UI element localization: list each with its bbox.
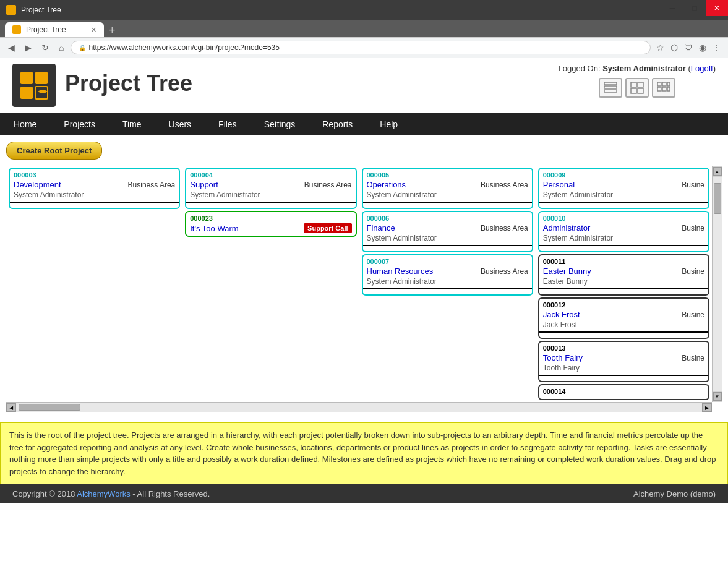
project-name[interactable]: Personal — [543, 180, 575, 189]
content-area: Create Root Project 000003 Development B… — [0, 135, 728, 420]
nav-reports[interactable]: Reports — [309, 113, 366, 135]
project-card-000023: 000023 It's Too Warm Support Call — [185, 211, 356, 237]
refresh-button[interactable]: ↻ — [38, 41, 52, 54]
project-row: Support Business Area — [190, 180, 351, 189]
project-col-1: 000003 Development Business Area System … — [6, 166, 182, 402]
tab-favicon — [12, 25, 21, 34]
minimize-button[interactable]: ─ — [661, 0, 683, 16]
project-type: Busine — [682, 181, 704, 189]
ext3-button[interactable]: ◉ — [697, 41, 708, 54]
forward-button[interactable]: ▶ — [22, 41, 35, 54]
scroll-track[interactable] — [713, 177, 722, 391]
svg-rect-11 — [638, 88, 643, 93]
svg-rect-5 — [604, 82, 617, 85]
project-type: Busine — [682, 224, 704, 233]
nav-projects[interactable]: Projects — [50, 113, 109, 135]
tab-close-button[interactable]: ✕ — [91, 26, 96, 34]
project-type: Busine — [682, 310, 704, 319]
app-footer: Copyright © 2018 AlchemyWorks - All Righ… — [0, 484, 728, 503]
project-owner: Tooth Fairy — [543, 364, 704, 372]
scroll-left-arrow[interactable]: ◀ — [6, 403, 16, 412]
project-type: Business Area — [481, 224, 528, 233]
project-name[interactable]: Development — [14, 180, 61, 189]
close-button[interactable]: ✕ — [706, 0, 728, 16]
username: System Administrator — [602, 64, 686, 73]
project-id: 000005 — [367, 171, 528, 179]
main-nav: Home Projects Time Users Files Settings … — [0, 113, 728, 135]
project-type: Business Area — [128, 181, 176, 189]
project-row: Finance Business Area — [367, 223, 528, 233]
home-button[interactable]: ⌂ — [56, 41, 67, 54]
ext1-button[interactable]: ⬡ — [669, 41, 680, 54]
menu-button[interactable]: ⋮ — [711, 41, 723, 54]
project-type: Business Area — [481, 267, 528, 276]
project-type: Busine — [682, 354, 704, 362]
nav-time[interactable]: Time — [109, 113, 155, 135]
project-divider — [363, 202, 532, 203]
project-grid-wrapper: 000003 Development Business Area System … — [6, 166, 722, 402]
scroll-thumb[interactable] — [714, 183, 721, 214]
nav-home[interactable]: Home — [0, 113, 50, 135]
nav-users[interactable]: Users — [155, 113, 205, 135]
toolbar-actions: ☆ ⬡ 🛡 ◉ ⋮ — [654, 41, 723, 54]
footer-company-link[interactable]: AlchemyWorks — [77, 489, 130, 498]
project-type: Business Area — [304, 181, 352, 189]
footer-rights: - All Rights Reserved. — [132, 489, 210, 498]
svg-rect-8 — [631, 82, 636, 87]
horizontal-scrollbar[interactable]: ◀ ▶ — [6, 402, 712, 412]
detail-view-button[interactable] — [652, 78, 675, 98]
svg-rect-1 — [20, 72, 33, 84]
project-name[interactable]: Jack Frost — [543, 310, 580, 319]
svg-rect-9 — [638, 82, 643, 87]
project-card-000006: 000006 Finance Business Area System Admi… — [362, 211, 533, 252]
project-col-4: 000009 Personal Busine System Administra… — [536, 166, 712, 402]
info-text: This is the root of the project tree. Pr… — [9, 430, 716, 476]
scroll-right-arrow[interactable]: ▶ — [702, 403, 712, 412]
project-name[interactable]: It's Too Warm — [190, 224, 238, 233]
back-button[interactable]: ◀ — [5, 41, 18, 54]
project-col-2: 000004 Support Business Area System Admi… — [182, 166, 359, 402]
project-name[interactable]: Administrator — [543, 223, 591, 233]
svg-rect-15 — [657, 87, 661, 91]
project-id: 000006 — [367, 215, 528, 222]
bookmark-button[interactable]: ☆ — [654, 41, 666, 54]
browser-tabs-row: Project Tree ✕ + — [0, 20, 728, 37]
project-name[interactable]: Support — [190, 180, 218, 189]
scroll-up-arrow[interactable]: ▲ — [713, 167, 722, 176]
project-name[interactable]: Operations — [367, 180, 406, 189]
project-card-000004: 000004 Support Business Area System Admi… — [185, 168, 356, 209]
maximize-button[interactable]: □ — [683, 0, 706, 16]
project-name[interactable]: Human Resources — [367, 267, 434, 276]
new-tab-button[interactable]: + — [104, 24, 121, 37]
nav-settings[interactable]: Settings — [251, 113, 309, 135]
lock-icon: 🔒 — [79, 45, 86, 51]
horizontal-thumb[interactable] — [19, 404, 80, 411]
list-view-button[interactable] — [599, 78, 622, 98]
project-row: Operations Business Area — [367, 180, 528, 189]
favicon-icon — [6, 5, 16, 15]
nav-files[interactable]: Files — [205, 113, 251, 135]
project-owner: System Administrator — [543, 234, 704, 242]
project-owner: Easter Bunny — [543, 277, 704, 286]
project-card-000003: 000003 Development Business Area System … — [9, 168, 180, 209]
project-name[interactable]: Tooth Fairy — [543, 353, 583, 362]
svg-rect-7 — [604, 90, 617, 92]
project-owner: System Administrator — [190, 190, 351, 199]
project-id: 000010 — [543, 215, 704, 222]
project-name[interactable]: Finance — [367, 223, 395, 233]
logoff-link[interactable]: Logoff — [691, 64, 713, 73]
scroll-down-arrow[interactable]: ▼ — [713, 392, 722, 401]
nav-help[interactable]: Help — [366, 113, 411, 135]
address-bar[interactable]: 🔒 https://www.alchemyworks.com/cgi-bin/p… — [71, 41, 651, 54]
project-name[interactable]: Easter Bunny — [543, 267, 591, 276]
project-row: Personal Busine — [543, 180, 704, 189]
ext2-button[interactable]: 🛡 — [682, 41, 695, 54]
active-tab[interactable]: Project Tree ✕ — [5, 22, 104, 37]
project-divider — [539, 288, 708, 289]
title-bar: Project Tree ─ □ ✕ — [0, 0, 728, 20]
vertical-scrollbar[interactable]: ▲ ▼ — [712, 166, 722, 402]
svg-rect-17 — [667, 87, 670, 91]
create-root-button[interactable]: Create Root Project — [6, 142, 102, 160]
project-divider — [539, 202, 708, 203]
grid-view-button[interactable] — [625, 78, 649, 98]
